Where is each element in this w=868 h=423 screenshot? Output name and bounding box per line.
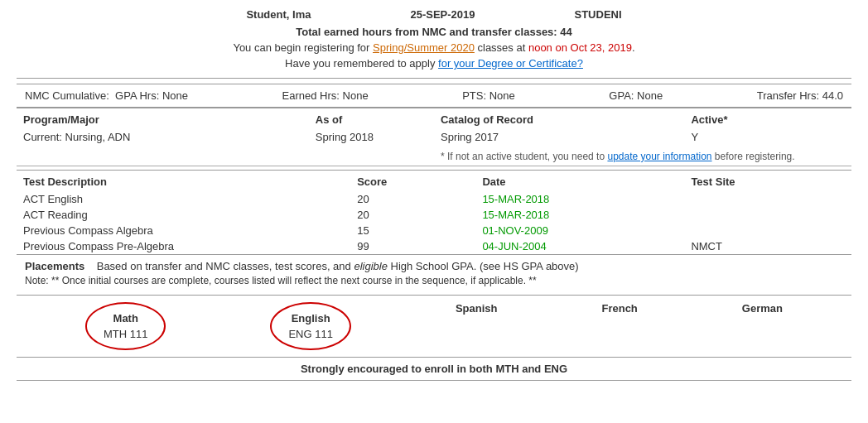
test-date: 15-MAR-2018 bbox=[475, 207, 684, 223]
eligible-text: eligible bbox=[354, 260, 387, 272]
placement-label-german: German bbox=[742, 302, 783, 315]
test-score: 20 bbox=[350, 207, 475, 223]
test-site: NMCT bbox=[684, 238, 851, 255]
placement-label-spanish: Spanish bbox=[456, 302, 498, 315]
program-data-row: Current: Nursing, ADN Spring 2018 Spring… bbox=[17, 127, 851, 147]
test-site bbox=[684, 207, 851, 223]
placement-col-french: French bbox=[601, 302, 637, 318]
test-score: 99 bbox=[350, 238, 475, 255]
placement-col-spanish: Spanish bbox=[456, 302, 498, 318]
test-site bbox=[684, 223, 851, 238]
placement-label-english: English bbox=[292, 312, 330, 324]
placement-col-german: German bbox=[742, 302, 783, 318]
col-score: Score bbox=[350, 171, 475, 192]
col-catalog: Catalog of Record bbox=[434, 108, 684, 128]
col-date: Date bbox=[475, 171, 684, 192]
placement-col-math: Math MTH 111 bbox=[85, 302, 166, 350]
program-as-of: Spring 2018 bbox=[309, 127, 434, 147]
test-row: ACT Reading 20 15-MAR-2018 bbox=[17, 207, 851, 223]
register-middle: classes at bbox=[475, 41, 528, 54]
register-message: You can begin registering for Spring/Sum… bbox=[17, 41, 851, 54]
total-hours: Total earned hours from NMC and transfer… bbox=[17, 26, 851, 38]
register-prefix: You can begin registering for bbox=[233, 41, 373, 54]
placement-label-french: French bbox=[601, 302, 637, 315]
header-date: 25-SEP-2019 bbox=[410, 8, 475, 21]
earned-hrs: Earned Hrs: None bbox=[282, 89, 369, 102]
placement-note: Note: ** Once initial courses are comple… bbox=[25, 275, 843, 286]
test-description: ACT English bbox=[17, 191, 350, 207]
update-info-link[interactable]: update your information bbox=[607, 151, 711, 162]
test-header-row: Test Description Score Date Test Site bbox=[17, 171, 851, 192]
degree-link[interactable]: for your Degree or Certificate? bbox=[438, 57, 583, 70]
col-test-desc: Test Description bbox=[17, 171, 350, 192]
cumulative-label: NMC Cumulative: GPA Hrs: None bbox=[25, 89, 188, 102]
test-row: Previous Compass Pre-Algebra 99 04-JUN-2… bbox=[17, 238, 851, 255]
test-date: 01-NOV-2009 bbox=[475, 223, 684, 238]
active-note: * If not an active student, you need to … bbox=[434, 147, 851, 166]
pts: PTS: None bbox=[462, 89, 515, 102]
placement-code-math: MTH 111 bbox=[104, 328, 147, 340]
header-info: Student, Ima 25-SEP-2019 STUDENI bbox=[17, 8, 851, 21]
placement-label-math: Math bbox=[113, 312, 138, 324]
encourage-message: Strongly encouraged to enroll in both MT… bbox=[17, 358, 851, 381]
gpa: GPA: None bbox=[609, 89, 663, 102]
test-score: 20 bbox=[350, 191, 475, 207]
test-row: Previous Compass Algebra 15 01-NOV-2009 bbox=[17, 223, 851, 238]
program-active: Y bbox=[684, 127, 851, 147]
test-table: Test Description Score Date Test Site AC… bbox=[17, 170, 851, 255]
program-table: Program/Major As of Catalog of Record Ac… bbox=[17, 108, 851, 166]
test-site bbox=[684, 191, 851, 207]
student-name: Student, Ima bbox=[246, 8, 311, 21]
col-test-site: Test Site bbox=[684, 171, 851, 192]
program-current: Current: Nursing, ADN bbox=[17, 127, 309, 147]
main-page: Student, Ima 25-SEP-2019 STUDENI Total e… bbox=[0, 0, 868, 423]
test-description: ACT Reading bbox=[17, 207, 350, 223]
placements-desc: Based on transfer and NMC classes, test … bbox=[97, 260, 354, 272]
gpa-row: NMC Cumulative: GPA Hrs: None Earned Hrs… bbox=[17, 84, 851, 108]
test-date: 04-JUN-2004 bbox=[475, 238, 684, 255]
placement-code-english: ENG 111 bbox=[288, 328, 332, 340]
placement-section: Placements Based on transfer and NMC cla… bbox=[17, 255, 851, 296]
col-active: Active* bbox=[684, 108, 851, 128]
placements-label: Placements bbox=[25, 260, 84, 272]
test-score: 15 bbox=[350, 223, 475, 238]
col-as-of: As of bbox=[309, 108, 434, 128]
spring-summer-link[interactable]: Spring/Summer 2020 bbox=[373, 41, 475, 54]
circled-placement: English ENG 111 bbox=[270, 302, 350, 350]
test-date: 15-MAR-2018 bbox=[475, 191, 684, 207]
student-id: STUDENI bbox=[575, 8, 622, 21]
noon-date: noon on Oct 23, 2019 bbox=[528, 41, 632, 54]
placement-col-english: English ENG 111 bbox=[270, 302, 350, 350]
placement-header: Placements Based on transfer and NMC cla… bbox=[25, 260, 843, 272]
program-note-row: * If not an active student, you need to … bbox=[17, 147, 851, 166]
test-row: ACT English 20 15-MAR-2018 bbox=[17, 191, 851, 207]
circled-placement: Math MTH 111 bbox=[85, 302, 166, 350]
program-catalog: Spring 2017 bbox=[434, 127, 684, 147]
transfer-hrs: Transfer Hrs: 44.0 bbox=[757, 89, 843, 102]
divider-1 bbox=[17, 78, 851, 79]
col-program-major: Program/Major bbox=[17, 108, 309, 128]
program-header-row: Program/Major As of Catalog of Record Ac… bbox=[17, 108, 851, 128]
placements-row: Math MTH 111 English ENG 111 Spanish Fre… bbox=[17, 296, 851, 358]
test-description: Previous Compass Algebra bbox=[17, 223, 350, 238]
degree-message: Have you remembered to apply for your De… bbox=[17, 57, 851, 70]
test-description: Previous Compass Pre-Algebra bbox=[17, 238, 350, 255]
